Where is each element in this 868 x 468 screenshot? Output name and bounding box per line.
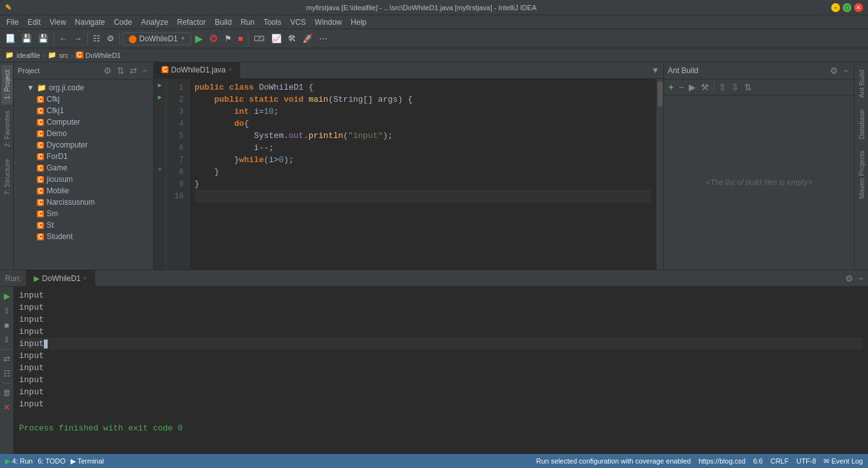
folder-name: org.ji.code xyxy=(49,83,84,92)
project-scroll-btn[interactable]: ⇄ xyxy=(128,64,139,77)
tree-class-computer[interactable]: C Computer xyxy=(14,116,153,128)
coverage-button[interactable]: ⚑ xyxy=(222,32,234,45)
menu-tools[interactable]: Tools xyxy=(260,17,285,28)
run-config-dropdown-icon: ▼ xyxy=(180,36,186,41)
debug-button[interactable]: ⚙ xyxy=(207,31,220,46)
run-clear-btn[interactable]: 🗑 xyxy=(1,386,13,399)
code-content[interactable]: public class DoWhileD1 { public static v… xyxy=(189,79,656,270)
status-event-log[interactable]: ✉ Event Log xyxy=(824,457,863,465)
status-run-btn[interactable]: ▶ 4: Run xyxy=(5,457,32,465)
run-scroll-down-btn[interactable]: ⇩ xyxy=(1,333,12,347)
run-hide-btn[interactable]: − xyxy=(857,272,865,285)
project-close-btn[interactable]: − xyxy=(140,64,149,77)
project-tab[interactable]: 1: Project xyxy=(1,65,13,104)
run-tab-dowhiled1[interactable]: ▶ DoWhileD1 × xyxy=(26,270,95,287)
tree-folder-org[interactable]: ▼ 📁 org.ji.code xyxy=(14,82,153,93)
run-stop-btn[interactable]: ■ xyxy=(3,319,11,332)
menu-edit[interactable]: Edit xyxy=(24,17,44,28)
stop-button[interactable]: ■ xyxy=(236,32,246,45)
status-line-sep[interactable]: CRLF xyxy=(770,457,789,465)
back-button[interactable]: ← xyxy=(57,32,70,45)
ant-remove-btn[interactable]: − xyxy=(677,81,686,93)
menu-file[interactable]: File xyxy=(3,17,22,28)
run-config-selector[interactable]: ⬤ DoWhileD1 ▼ xyxy=(123,32,191,45)
status-position[interactable]: 6:6 xyxy=(753,457,763,465)
database-tab[interactable]: Database xyxy=(856,104,867,144)
settings-button[interactable]: ⚙ xyxy=(104,32,117,45)
save-all-button[interactable]: 💾 xyxy=(36,32,51,45)
save-button[interactable]: 💾 xyxy=(19,32,34,45)
run-button[interactable]: ▶ xyxy=(193,31,205,46)
tree-class-sm[interactable]: C Sm xyxy=(14,208,153,219)
menu-build[interactable]: Build xyxy=(211,17,236,28)
code-editor[interactable]: ▶ ▶ ▽ 1 2 3 xyxy=(154,79,663,270)
minimize-button[interactable]: − xyxy=(831,3,840,12)
ant-run-btn[interactable]: ▶ xyxy=(687,81,698,93)
more-button[interactable]: ⋯ xyxy=(316,32,330,45)
tree-class-st[interactable]: C St xyxy=(14,219,153,231)
ant-sort-asc-btn[interactable]: ⇧ xyxy=(717,81,728,93)
structure-button[interactable]: ☷ xyxy=(90,32,103,45)
ant-settings-btn[interactable]: ⚙ xyxy=(828,64,840,77)
output-process-finished: Process finished with exit code 0 xyxy=(19,422,863,434)
status-terminal-btn[interactable]: ▶ Terminal xyxy=(71,457,104,465)
run-wrap-btn[interactable]: ⇄ xyxy=(1,352,12,366)
menu-view[interactable]: View xyxy=(46,17,70,28)
tree-class-narcissusnum[interactable]: C Narcissusnum xyxy=(14,196,153,208)
ant-add-btn[interactable]: + xyxy=(667,81,675,93)
menu-window[interactable]: Window xyxy=(311,17,346,28)
run-tree-btn[interactable]: ☷ xyxy=(1,367,13,380)
maximize-button[interactable]: □ xyxy=(843,3,851,12)
project-settings-btn[interactable]: ⚙ xyxy=(102,64,114,77)
ant-filter-btn[interactable]: ⚒ xyxy=(699,81,711,93)
run-tab-close[interactable]: × xyxy=(83,275,87,282)
run-settings-btn[interactable]: ⚙ xyxy=(843,272,855,285)
output-text-2: input xyxy=(19,303,44,312)
editor-scrollbar-thumb[interactable] xyxy=(658,81,663,107)
close-button[interactable]: ✕ xyxy=(854,3,863,12)
run-scroll-up-btn[interactable]: ⇧ xyxy=(1,304,12,317)
menu-run[interactable]: Run xyxy=(237,17,259,28)
tree-class-game[interactable]: C Game xyxy=(14,162,153,174)
menu-analyze[interactable]: Analyze xyxy=(137,17,172,28)
menu-help[interactable]: Help xyxy=(347,17,370,28)
ant-sort-desc-btn[interactable]: ⇩ xyxy=(729,81,741,93)
tab-close-btn[interactable]: × xyxy=(228,66,232,73)
tree-class-jiousum[interactable]: C jiousum xyxy=(14,174,153,185)
ant-button[interactable]: 🀳 xyxy=(251,32,268,45)
tree-class-student[interactable]: C Student xyxy=(14,231,153,242)
ant-hide-btn[interactable]: − xyxy=(841,64,850,77)
tree-class-ford1[interactable]: C ForD1 xyxy=(14,151,153,162)
forward-button[interactable]: → xyxy=(71,32,85,45)
profiler-button[interactable]: 📈 xyxy=(269,32,284,45)
build-button[interactable]: 🛠 xyxy=(285,32,299,45)
deploy-button[interactable]: 🚀 xyxy=(300,32,315,45)
structure-tab[interactable]: 7: Structure xyxy=(1,154,13,200)
editor-dropdown-btn[interactable]: ▼ xyxy=(648,64,663,76)
ant-expand-btn[interactable]: ⇅ xyxy=(742,81,754,93)
breadcrumb-file[interactable]: DoWhileD1 xyxy=(86,52,121,59)
tree-class-moblie[interactable]: C Moblie xyxy=(14,185,153,196)
project-expand-btn[interactable]: ⇅ xyxy=(115,64,126,77)
breadcrumb-project[interactable]: idealfile xyxy=(17,52,40,59)
tree-class-demo[interactable]: C Demo xyxy=(14,128,153,139)
menu-refactor[interactable]: Refactor xyxy=(173,17,210,28)
maven-projects-tab[interactable]: Maven Projects xyxy=(856,146,867,204)
menu-vcs[interactable]: VCS xyxy=(287,17,310,28)
status-encoding[interactable]: UTF-8 xyxy=(796,457,816,465)
favorites-tab[interactable]: 2: Favorites xyxy=(1,106,13,152)
run-print-btn[interactable]: ✕ xyxy=(1,401,12,414)
editor-tab-dowhiled1[interactable]: C DoWhileD1.java × xyxy=(154,62,240,78)
ant-build-tab[interactable]: Ant Build xyxy=(856,65,867,103)
run-restart-btn[interactable]: ▶ xyxy=(2,289,12,303)
tree-class-cfkj1[interactable]: C Cfkj1 xyxy=(14,105,153,116)
menu-code[interactable]: Code xyxy=(110,17,136,28)
menu-navigate[interactable]: Navigate xyxy=(71,17,109,28)
new-button[interactable]: 📃 xyxy=(3,32,18,45)
tree-class-cfkj[interactable]: C Cfkj xyxy=(14,93,153,105)
status-link[interactable]: https://blog.csd xyxy=(698,457,745,465)
editor-scrollbar[interactable] xyxy=(656,79,663,270)
status-todo-btn[interactable]: 6: TODO xyxy=(37,457,65,465)
tree-class-dycomputer[interactable]: C Dycomputer xyxy=(14,139,153,151)
breadcrumb-src[interactable]: src xyxy=(59,52,69,59)
